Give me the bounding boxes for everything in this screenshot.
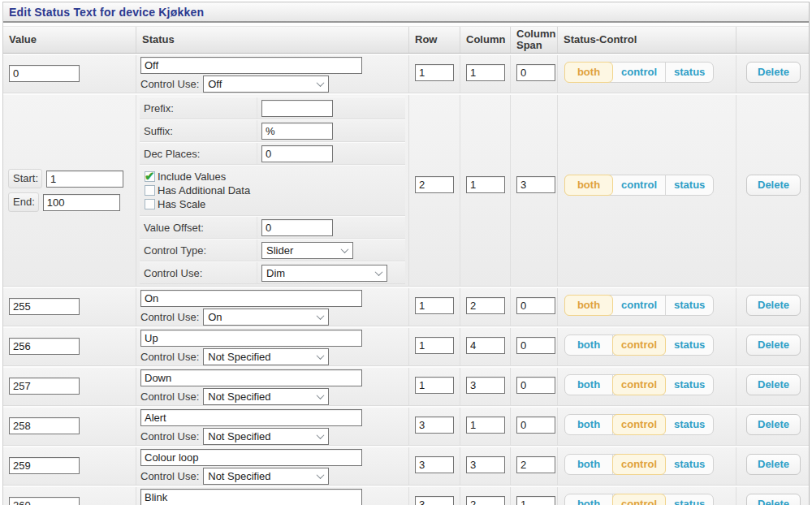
value-input[interactable] [9,378,80,395]
column-input[interactable] [466,496,505,505]
status-button[interactable]: status [665,454,714,475]
column-span-cell [511,368,558,405]
value-input[interactable] [9,298,80,315]
delete-button[interactable]: Delete [746,414,801,435]
control-button[interactable]: control [612,335,666,356]
row-input[interactable] [415,297,454,314]
status-button[interactable]: status [665,494,714,505]
status-button[interactable]: status [665,414,714,435]
delete-button[interactable]: Delete [746,374,801,395]
control-button[interactable]: control [612,374,666,395]
status-button[interactable]: status [665,175,714,196]
column-span-cell [511,95,558,286]
status-text-input[interactable] [140,369,362,386]
end-input[interactable] [43,194,120,211]
control-use-select[interactable]: Dim [261,265,387,282]
control-use-select[interactable]: Not Specified [203,348,329,365]
status-fields-cell: Prefix: Suffix: Dec Places: Include Valu… [136,95,409,286]
both-button[interactable]: both [564,295,613,316]
status-text-input[interactable] [140,290,362,307]
status-control-cell: both control status [558,55,736,93]
control-button[interactable]: control [612,295,666,316]
control-button[interactable]: control [612,175,666,196]
row-input[interactable] [415,377,454,394]
status-button[interactable]: status [665,374,714,395]
column-input[interactable] [466,456,505,473]
delete-button[interactable]: Delete [746,62,801,83]
has-additional-data-option: Has Additional Data [145,183,250,197]
suffix-field-row: Suffix: [140,119,405,142]
value-input[interactable] [9,457,80,474]
status-button[interactable]: status [665,62,714,83]
column-span-input[interactable] [516,417,555,434]
both-button[interactable]: both [564,175,613,196]
column-span-cell [511,447,558,485]
both-button[interactable]: both [564,494,613,505]
control-button[interactable]: control [612,62,666,83]
suffix-input[interactable] [261,123,333,140]
control-button[interactable]: control [612,494,666,505]
status-text-input[interactable] [140,330,362,347]
has-scale-label: Has Scale [158,198,205,210]
both-button[interactable]: both [564,335,613,356]
control-use-select[interactable]: Off [203,76,329,93]
control-use-select[interactable]: On [203,309,329,326]
row-input[interactable] [415,176,454,193]
control-use-select[interactable]: Not Specified [203,428,329,445]
delete-button[interactable]: Delete [746,295,801,316]
column-input[interactable] [466,176,505,193]
status-button[interactable]: status [665,335,714,356]
start-input[interactable] [46,170,123,188]
value-input[interactable] [9,338,80,355]
column-input[interactable] [466,417,505,434]
both-button[interactable]: both [564,414,613,435]
control-button[interactable]: control [612,454,666,475]
table-row: Control Use: Not Specified both control … [3,446,809,486]
column-input[interactable] [466,297,505,314]
status-text-input[interactable] [140,449,362,466]
column-span-input[interactable] [516,297,555,314]
has-additional-data-checkbox[interactable] [145,185,155,196]
row-input[interactable] [415,496,454,505]
column-span-input[interactable] [516,176,555,193]
both-button[interactable]: both [564,374,613,395]
page-title: Edit Status Text for device Kjøkken [3,2,809,23]
control-button[interactable]: control [612,414,666,435]
table-row: Control Use: Not Specified both control … [3,366,809,406]
row-input[interactable] [415,456,454,473]
column-input[interactable] [466,64,505,81]
value-input[interactable] [9,497,80,505]
column-input[interactable] [466,377,505,394]
status-text-input[interactable] [140,409,362,426]
delete-button[interactable]: Delete [746,454,801,475]
delete-button[interactable]: Delete [746,494,801,505]
column-input[interactable] [466,337,505,354]
delete-button[interactable]: Delete [746,335,801,356]
column-span-input[interactable] [516,337,555,354]
row-input[interactable] [415,337,454,354]
status-text-input[interactable] [140,57,362,74]
row-input[interactable] [415,64,454,81]
value-input[interactable] [9,417,80,434]
status-cell: Control Use: Not Specified [136,447,409,485]
include-values-option: Include Values [145,170,226,183]
control-type-select[interactable]: Slider [261,242,353,259]
control-use-select[interactable]: Not Specified [203,388,329,405]
include-values-checkbox[interactable] [145,171,155,182]
control-use-select[interactable]: Not Specified [203,468,329,485]
has-scale-checkbox[interactable] [145,199,155,209]
status-button[interactable]: status [665,295,714,316]
prefix-input[interactable] [261,100,333,117]
column-span-input[interactable] [516,496,555,505]
delete-button[interactable]: Delete [746,175,801,196]
row-input[interactable] [415,417,454,434]
value-offset-input[interactable] [261,219,333,236]
both-button[interactable]: both [564,454,613,475]
column-span-input[interactable] [516,64,555,81]
column-span-input[interactable] [516,456,555,473]
column-span-input[interactable] [516,377,555,394]
both-button[interactable]: both [564,62,613,83]
value-input[interactable] [9,65,80,82]
status-text-input[interactable] [140,489,362,505]
dec-places-input[interactable] [261,145,333,162]
